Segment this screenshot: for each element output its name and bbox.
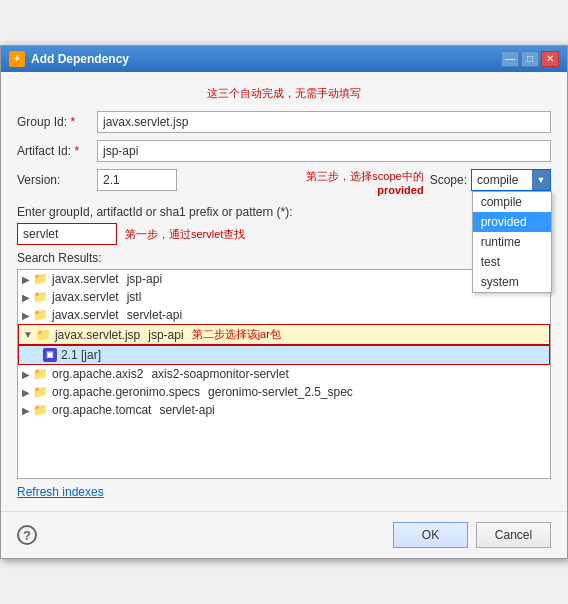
expand-arrow-icon: ▼: [23, 329, 33, 340]
scope-select-value: compile: [472, 173, 532, 187]
results-list[interactable]: ▶ 📁 javax.servlet jsp-api ▶ 📁 javax.serv…: [17, 269, 551, 479]
artifact-id-row: Artifact Id: *: [17, 140, 551, 162]
folder-icon: 📁: [36, 328, 51, 342]
list-item[interactable]: ▶ 📁 javax.servlet jstl: [18, 288, 550, 306]
folder-icon: 📁: [33, 290, 48, 304]
group-id-label: Group Id: *: [17, 115, 97, 129]
version-part: Version:: [17, 169, 302, 191]
scope-row: Scope: compile ▼: [430, 169, 551, 191]
close-button[interactable]: ✕: [541, 51, 559, 67]
scope-option-provided[interactable]: provided: [473, 212, 551, 232]
list-item[interactable]: ▶ 📁 org.apache.geronimo.specs geronimo-s…: [18, 383, 550, 401]
expand-arrow-icon: ▶: [22, 292, 30, 303]
scope-dropdown-area: Scope: compile ▼ compile provided runtim…: [430, 169, 551, 191]
folder-icon: 📁: [33, 272, 48, 286]
dialog-body: 这三个自动完成，无需手动填写 Group Id: * Artifact Id: …: [1, 72, 567, 512]
list-item[interactable]: ▶ 📁 org.apache.tomcat servlet-api: [18, 401, 550, 419]
maximize-button[interactable]: □: [521, 51, 539, 67]
jar-icon: ▣: [43, 348, 57, 362]
refresh-indexes-link[interactable]: Refresh indexes: [17, 485, 104, 499]
scope-option-compile[interactable]: compile: [473, 192, 551, 212]
scope-option-system[interactable]: system: [473, 272, 551, 292]
title-buttons: — □ ✕: [501, 51, 559, 67]
expand-arrow-icon: ▶: [22, 274, 30, 285]
folder-icon: 📁: [33, 385, 48, 399]
scope-label: Scope:: [430, 173, 467, 187]
action-buttons: OK Cancel: [393, 522, 551, 548]
scope-arrow-icon: ▼: [532, 170, 550, 190]
scope-option-test[interactable]: test: [473, 252, 551, 272]
scope-section: 第三步，选择scope中的 provided Scope: compile ▼ …: [306, 169, 551, 198]
folder-icon: 📁: [33, 403, 48, 417]
title-bar: + Add Dependency — □ ✕: [1, 46, 567, 72]
version-input[interactable]: [97, 169, 177, 191]
bottom-bar: ? OK Cancel: [1, 511, 567, 558]
expand-arrow-icon: ▶: [22, 369, 30, 380]
search-annotation: 第一步，通过servlet查找: [125, 227, 245, 242]
add-dependency-dialog: + Add Dependency — □ ✕ 这三个自动完成，无需手动填写 Gr…: [0, 45, 568, 560]
title-bar-left: + Add Dependency: [9, 51, 129, 67]
second-annotation: 第二步选择该jar包: [192, 327, 281, 342]
cancel-button[interactable]: Cancel: [476, 522, 551, 548]
version-scope-row: Version: 第三步，选择scope中的 provided Scope: c…: [17, 169, 551, 198]
list-item[interactable]: ▶ 📁 javax.servlet servlet-api: [18, 306, 550, 324]
list-item-jar[interactable]: ▣ 2.1 [jar]: [18, 345, 550, 365]
dialog-title: Add Dependency: [31, 52, 129, 66]
scope-dropdown-list: compile provided runtime test system: [472, 191, 552, 293]
artifact-id-label: Artifact Id: *: [17, 144, 97, 158]
list-item-expanded[interactable]: ▼ 📁 javax.servlet.jsp jsp-api 第二步选择该jar包: [18, 324, 550, 345]
expand-arrow-icon: ▶: [22, 387, 30, 398]
version-label: Version:: [17, 173, 97, 187]
minimize-button[interactable]: —: [501, 51, 519, 67]
dialog-icon: +: [9, 51, 25, 67]
group-id-row: Group Id: *: [17, 111, 551, 133]
artifact-id-input[interactable]: [97, 140, 551, 162]
ok-button[interactable]: OK: [393, 522, 468, 548]
scope-annotation: 第三步，选择scope中的 provided: [306, 169, 423, 198]
scope-option-runtime[interactable]: runtime: [473, 232, 551, 252]
folder-icon: 📁: [33, 308, 48, 322]
folder-icon: 📁: [33, 367, 48, 381]
search-input[interactable]: [17, 223, 117, 245]
expand-arrow-icon: ▶: [22, 405, 30, 416]
group-id-input[interactable]: [97, 111, 551, 133]
help-button[interactable]: ?: [17, 525, 37, 545]
scope-select[interactable]: compile ▼: [471, 169, 551, 191]
list-item[interactable]: ▶ 📁 org.apache.axis2 axis2-soapmonitor-s…: [18, 365, 550, 383]
top-annotation: 这三个自动完成，无需手动填写: [17, 86, 551, 101]
list-item[interactable]: ▶ 📁 javax.servlet jsp-api: [18, 270, 550, 288]
expand-arrow-icon: ▶: [22, 310, 30, 321]
